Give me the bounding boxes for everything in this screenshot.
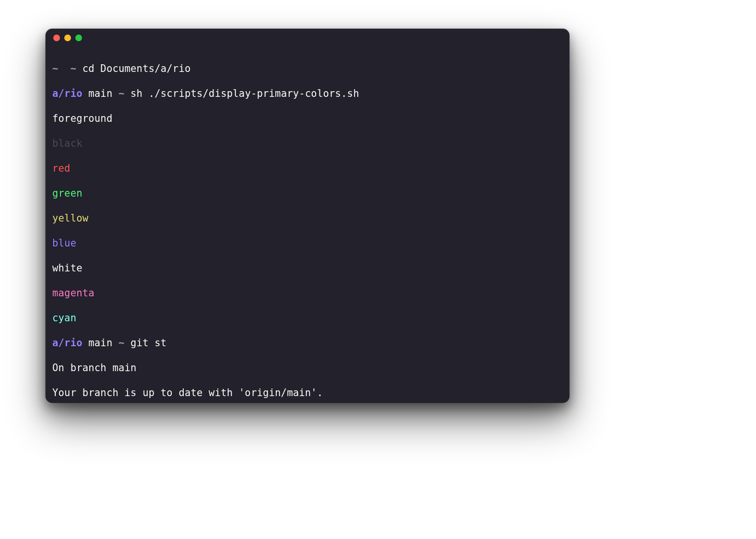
color-name-white: white xyxy=(52,262,83,274)
terminal-window: ~ ~ cd Documents/a/rio a/rio main ~ sh .… xyxy=(46,29,569,403)
command-text: sh ./scripts/display-primary-colors.sh xyxy=(130,88,359,99)
terminal-line: white xyxy=(52,262,563,274)
terminal-line: magenta xyxy=(52,287,563,299)
zoom-icon[interactable] xyxy=(75,35,82,41)
terminal-line: green xyxy=(52,187,563,199)
terminal-line: Your branch is up to date with 'origin/m… xyxy=(52,387,563,399)
prompt-tilde: ~ xyxy=(71,63,77,74)
terminal-line: red xyxy=(52,162,563,175)
terminal-line: ~ ~ cd Documents/a/rio xyxy=(52,62,563,75)
color-name-yellow: yellow xyxy=(52,212,88,224)
git-output: Your branch is up to date with 'origin/m… xyxy=(52,387,323,398)
terminal-line: cyan xyxy=(52,312,563,324)
color-name-foreground: foreground xyxy=(52,113,112,124)
command-text: cd Documents/a/rio xyxy=(83,63,191,74)
prompt-path: a/rio xyxy=(52,337,83,349)
terminal-line: a/rio main ~ git st xyxy=(52,337,563,349)
color-name-red: red xyxy=(52,163,71,174)
close-icon[interactable] xyxy=(53,35,60,41)
prompt-branch: main xyxy=(88,337,112,349)
minimize-icon[interactable] xyxy=(64,35,71,41)
titlebar xyxy=(46,29,569,47)
terminal-content[interactable]: ~ ~ cd Documents/a/rio a/rio main ~ sh .… xyxy=(46,47,569,403)
color-name-cyan: cyan xyxy=(52,312,76,324)
color-name-green: green xyxy=(52,187,83,199)
color-name-blue: blue xyxy=(52,237,76,249)
terminal-line: blue xyxy=(52,237,563,249)
prompt-tilde: ~ xyxy=(52,63,59,74)
terminal-line: yellow xyxy=(52,212,563,224)
command-text: git st xyxy=(130,337,166,349)
prompt-sep: ~ xyxy=(118,337,125,349)
prompt-branch: main xyxy=(88,88,112,99)
terminal-line: On branch main xyxy=(52,362,563,374)
color-name-black: black xyxy=(52,138,83,149)
terminal-line: black xyxy=(52,137,563,150)
prompt-path: a/rio xyxy=(52,88,83,99)
color-name-magenta: magenta xyxy=(52,287,94,299)
terminal-line: foreground xyxy=(52,112,563,125)
git-output: On branch main xyxy=(52,362,137,374)
prompt-sep: ~ xyxy=(118,88,125,99)
terminal-line: a/rio main ~ sh ./scripts/display-primar… xyxy=(52,87,563,100)
